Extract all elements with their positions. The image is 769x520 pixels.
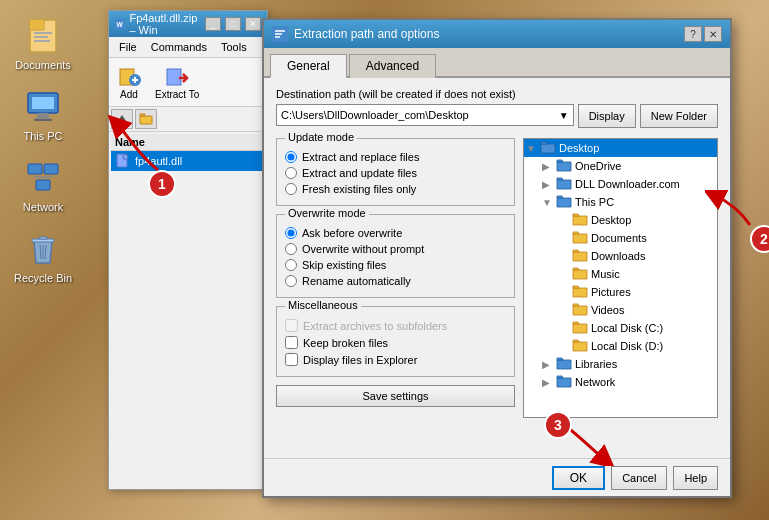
radio-skip-existing-input[interactable] — [285, 259, 297, 271]
checkbox-display-explorer-input[interactable] — [285, 353, 298, 366]
tree-item[interactable]: ▶OneDrive — [524, 157, 717, 175]
tree-item[interactable]: Downloads — [524, 247, 717, 265]
cancel-button[interactable]: Cancel — [611, 466, 667, 490]
tree-item[interactable]: ▶Libraries — [524, 355, 717, 373]
step2-arrow — [705, 190, 755, 230]
radio-fresh-only-input[interactable] — [285, 183, 297, 195]
save-settings-button[interactable]: Save settings — [276, 385, 515, 407]
tree-item[interactable]: ▶DLL Downloader.com — [524, 175, 717, 193]
add-button[interactable]: Add — [112, 61, 146, 103]
tree-item[interactable]: Local Disk (C:) — [524, 319, 717, 337]
svg-rect-4 — [34, 40, 50, 42]
recycle-bin-icon[interactable]: Recycle Bin — [8, 228, 78, 284]
tree-item-label: OneDrive — [575, 160, 621, 172]
dialog-bottom-bar: OK Cancel Help — [264, 458, 730, 496]
destination-path-input[interactable]: C:\Users\DllDownloader_com\Desktop ▼ — [276, 104, 574, 126]
tree-item[interactable]: Videos — [524, 301, 717, 319]
folder-icon — [572, 212, 588, 228]
checkbox-extract-subfolders-input[interactable] — [285, 319, 298, 332]
this-pc-icon-desktop[interactable]: This PC — [8, 86, 78, 142]
winrar-icon: W — [115, 17, 125, 31]
recycle-bin-label: Recycle Bin — [14, 272, 72, 284]
documents-icon[interactable]: Documents — [8, 15, 78, 71]
ok-button[interactable]: OK — [552, 466, 605, 490]
tree-item[interactable]: Desktop — [524, 211, 717, 229]
tree-item[interactable]: Local Disk (D:) — [524, 337, 717, 355]
dialog-help-btn[interactable]: ? — [684, 26, 702, 42]
svg-text:W: W — [116, 21, 123, 28]
display-button[interactable]: Display — [578, 104, 636, 128]
network-icon-desktop[interactable]: Network — [8, 157, 78, 213]
radio-overwrite-without: Overwrite without prompt — [285, 243, 506, 255]
step2-badge: 2 — [750, 225, 769, 253]
extract-to-label: Extract To — [155, 89, 199, 100]
destination-label: Destination path (will be created if doe… — [276, 88, 718, 100]
desktop-icons: Documents This PC — [0, 0, 78, 284]
tree-item-label: Downloads — [591, 250, 645, 262]
dialog-tabs: General Advanced — [264, 48, 730, 78]
menu-tools[interactable]: Tools — [215, 39, 253, 55]
overwrite-mode-title: Overwrite mode — [285, 207, 369, 219]
radio-fresh-only: Fresh existing files only — [285, 183, 506, 195]
close-button[interactable]: ✕ — [245, 17, 261, 31]
tree-item[interactable]: Pictures — [524, 283, 717, 301]
tab-advanced[interactable]: Advanced — [349, 54, 436, 78]
dialog-titlebar: Extraction path and options ? ✕ — [264, 20, 730, 48]
documents-label: Documents — [15, 59, 71, 71]
checkbox-keep-broken-input[interactable] — [285, 336, 298, 349]
add-label: Add — [120, 89, 138, 100]
radio-rename-auto-input[interactable] — [285, 275, 297, 287]
checkbox-keep-broken-label: Keep broken files — [303, 337, 388, 349]
radio-extract-replace-input[interactable] — [285, 151, 297, 163]
folder-tree[interactable]: ▼Desktop▶OneDrive▶DLL Downloader.com▼Thi… — [523, 138, 718, 418]
step1-badge: 1 — [148, 170, 176, 198]
save-settings-container: Save settings — [276, 385, 515, 407]
checkbox-display-explorer-label: Display files in Explorer — [303, 354, 417, 366]
folder-icon — [572, 320, 588, 336]
extract-dialog: Extraction path and options ? ✕ General … — [262, 18, 732, 498]
folder-icon — [556, 158, 572, 174]
desktop: Documents This PC — [0, 0, 769, 520]
tree-item[interactable]: ▼This PC — [524, 193, 717, 211]
tree-item[interactable]: ▼Desktop — [524, 139, 717, 157]
folder-icon — [556, 374, 572, 390]
radio-overwrite-without-input[interactable] — [285, 243, 297, 255]
this-pc-label: This PC — [23, 130, 62, 142]
tree-item-label: This PC — [575, 196, 614, 208]
extract-to-button[interactable]: Extract To — [150, 61, 204, 103]
folder-icon — [572, 230, 588, 246]
misc-group: Miscellaneous Extract archives to subfol… — [276, 306, 515, 377]
folder-icon — [572, 248, 588, 264]
menu-commands[interactable]: Commands — [145, 39, 213, 55]
maximize-button[interactable]: □ — [225, 17, 241, 31]
winrar-menubar: File Commands Tools — [109, 37, 267, 58]
menu-file[interactable]: File — [113, 39, 143, 55]
checkbox-extract-subfolders-label: Extract archives to subfolders — [303, 320, 447, 332]
tab-general[interactable]: General — [270, 54, 347, 78]
radio-extract-update-input[interactable] — [285, 167, 297, 179]
minimize-button[interactable]: _ — [205, 17, 221, 31]
dialog-close-btn[interactable]: ✕ — [704, 26, 722, 42]
tree-item[interactable]: ▶Network — [524, 373, 717, 391]
tree-item-label: Network — [575, 376, 615, 388]
dialog-icon — [272, 26, 288, 42]
tree-item[interactable]: Documents — [524, 229, 717, 247]
radio-overwrite-without-label: Overwrite without prompt — [302, 243, 424, 255]
folder-icon — [556, 194, 572, 210]
new-folder-button[interactable]: New Folder — [640, 104, 718, 128]
radio-fresh-only-label: Fresh existing files only — [302, 183, 416, 195]
right-column: ▼Desktop▶OneDrive▶DLL Downloader.com▼Thi… — [523, 138, 718, 418]
tree-item-label: Libraries — [575, 358, 617, 370]
tree-item-label: Local Disk (D:) — [591, 340, 663, 352]
folder-icon — [572, 266, 588, 282]
radio-extract-update-label: Extract and update files — [302, 167, 417, 179]
expand-icon: ▶ — [542, 179, 556, 190]
radio-ask-before-input[interactable] — [285, 227, 297, 239]
misc-title: Miscellaneous — [285, 299, 361, 311]
tree-item[interactable]: Music — [524, 265, 717, 283]
svg-rect-10 — [36, 180, 50, 190]
checkbox-extract-subfolders: Extract archives to subfolders — [285, 319, 506, 332]
overwrite-mode-group: Overwrite mode Ask before overwrite Over… — [276, 214, 515, 298]
help-button[interactable]: Help — [673, 466, 718, 490]
network-label: Network — [23, 201, 63, 213]
